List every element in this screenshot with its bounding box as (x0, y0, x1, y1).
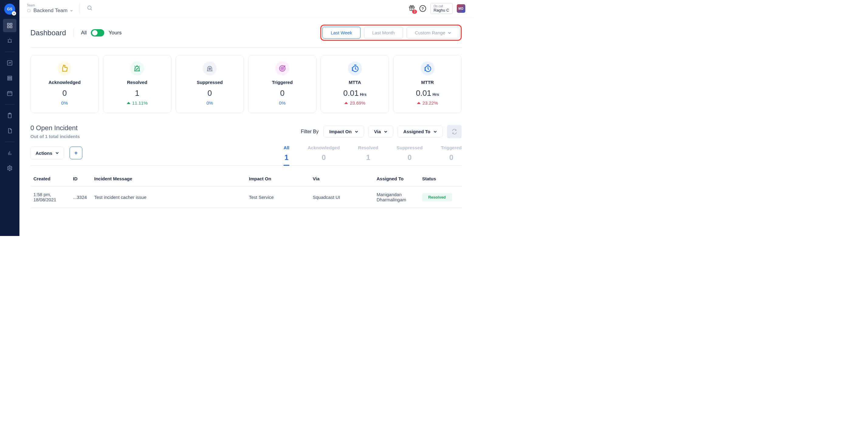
search-icon (87, 5, 93, 11)
status-badge: Resolved (422, 193, 452, 201)
card-value: 0 (251, 88, 314, 98)
tab-label: Acknowledged (308, 145, 340, 150)
col-via: Via (310, 171, 374, 187)
target-icon (278, 64, 287, 73)
svg-point-12 (27, 9, 30, 12)
filter-assigned-to[interactable]: Assigned To (398, 125, 443, 138)
card-label: Acknowledged (33, 80, 96, 85)
cell-impact: Test Service (246, 187, 310, 208)
stopwatch-icon (351, 64, 359, 73)
siren-mute-icon (206, 64, 214, 73)
scope-toggle[interactable] (91, 29, 104, 36)
loop-icon (451, 128, 457, 135)
range-custom[interactable]: Custom Range (407, 27, 460, 39)
help-button[interactable]: ? (420, 5, 426, 12)
card-unit: Hrs (360, 92, 367, 97)
page-title: Dashboard (30, 29, 73, 37)
nav-postmortems[interactable] (3, 124, 17, 138)
filter-impact-on[interactable]: Impact On (323, 125, 364, 138)
trend-up-icon (344, 102, 348, 104)
svg-rect-0 (8, 23, 9, 25)
tab-count: 0 (441, 153, 462, 162)
svg-rect-7 (8, 79, 11, 80)
team-selector[interactable]: Backend Team (27, 8, 73, 14)
tab-resolved[interactable]: Resolved 1 (358, 145, 378, 166)
plus-icon: + (74, 150, 78, 156)
tab-acknowledged[interactable]: Acknowledged 0 (308, 145, 340, 166)
tab-all[interactable]: All 1 (284, 145, 289, 166)
col-created: Created (30, 171, 70, 187)
range-custom-label: Custom Range (415, 30, 445, 35)
whats-new-button[interactable]: 3 (408, 5, 415, 12)
open-incidents-subtitle: Out of 1 total incidents (30, 134, 80, 139)
range-last-week[interactable]: Last Week (322, 27, 361, 39)
oncall-box[interactable]: On call Raghu C (430, 3, 453, 14)
nav-reports[interactable] (3, 146, 17, 160)
svg-rect-2 (8, 26, 9, 28)
user-avatar[interactable]: MD (457, 4, 465, 13)
thumbs-up-icon (60, 64, 69, 73)
range-last-month[interactable]: Last Month (364, 27, 403, 39)
search-button[interactable] (87, 5, 93, 12)
trend-up-icon (417, 102, 421, 104)
tab-label: Triggered (441, 145, 462, 150)
card-delta: 11.11% (106, 101, 169, 106)
tab-triggered[interactable]: Triggered 0 (441, 145, 462, 166)
filter-via[interactable]: Via (368, 125, 393, 138)
range-last-month-label: Last Month (372, 30, 395, 35)
trend-up-icon (127, 102, 130, 104)
chevron-down-icon (55, 151, 59, 155)
card-value: 0 (178, 88, 241, 98)
nav-dashboard[interactable] (3, 19, 17, 32)
sidebar: GS ✕ (0, 0, 20, 236)
col-assigned: Assigned To (374, 171, 419, 187)
nav-incidents[interactable] (3, 34, 17, 48)
chevron-down-icon (448, 31, 451, 35)
actions-dropdown[interactable]: Actions (30, 147, 64, 159)
col-impact: Impact On (246, 171, 310, 187)
card-suppressed: Suppressed 0 0% (176, 55, 244, 113)
create-incident-button[interactable]: + (70, 147, 82, 159)
card-delta: 0% (178, 101, 241, 106)
tab-count: 1 (358, 153, 378, 162)
card-delta: 0% (251, 101, 314, 106)
svg-rect-6 (8, 78, 11, 79)
nav-runbooks[interactable] (3, 109, 17, 122)
team-spinner-icon (27, 8, 31, 13)
actions-label: Actions (36, 150, 52, 156)
refresh-button[interactable] (447, 125, 462, 138)
org-initials: GS (7, 7, 12, 11)
filter-impact-label: Impact On (329, 129, 351, 134)
dashboard-icon (7, 23, 13, 29)
chart-icon (7, 60, 13, 66)
oncall-name: Raghu C (434, 8, 449, 12)
card-value: 1 (106, 88, 169, 98)
nav-settings[interactable] (3, 162, 17, 175)
card-unit: Hrs (432, 92, 439, 97)
card-label: Suppressed (178, 80, 241, 85)
table-row[interactable]: 1:58 pm, 18/08/2021 ...3324 Test inciden… (30, 187, 462, 208)
tab-label: Suppressed (397, 145, 423, 150)
scope-yours-label: Yours (108, 30, 122, 36)
bars-icon (7, 150, 13, 156)
card-mtta: MTTA 0.01 Hrs 23.69% (321, 55, 389, 113)
cell-created: 1:58 pm, 18/08/2021 (30, 187, 70, 208)
org-avatar[interactable]: GS ✕ (4, 4, 15, 15)
tab-suppressed[interactable]: Suppressed 0 (397, 145, 423, 166)
card-delta-value: 23.69% (350, 101, 365, 106)
cell-id: ...3324 (70, 187, 91, 208)
filter-by-label: Filter By (301, 129, 319, 135)
card-label: Resolved (106, 80, 169, 85)
org-settings-icon: ✕ (12, 11, 16, 16)
gear-icon (7, 165, 13, 171)
stopwatch-icon (423, 64, 432, 73)
cell-status: Resolved (419, 187, 462, 208)
card-delta: 0% (33, 101, 96, 106)
card-mttr: MTTR 0.01 Hrs 23.22% (393, 55, 462, 113)
chevron-down-icon (433, 130, 437, 134)
svg-rect-1 (10, 23, 12, 25)
divider (80, 3, 80, 14)
nav-analytics[interactable] (3, 56, 17, 69)
nav-schedules[interactable] (3, 87, 17, 100)
nav-services[interactable] (3, 71, 17, 85)
